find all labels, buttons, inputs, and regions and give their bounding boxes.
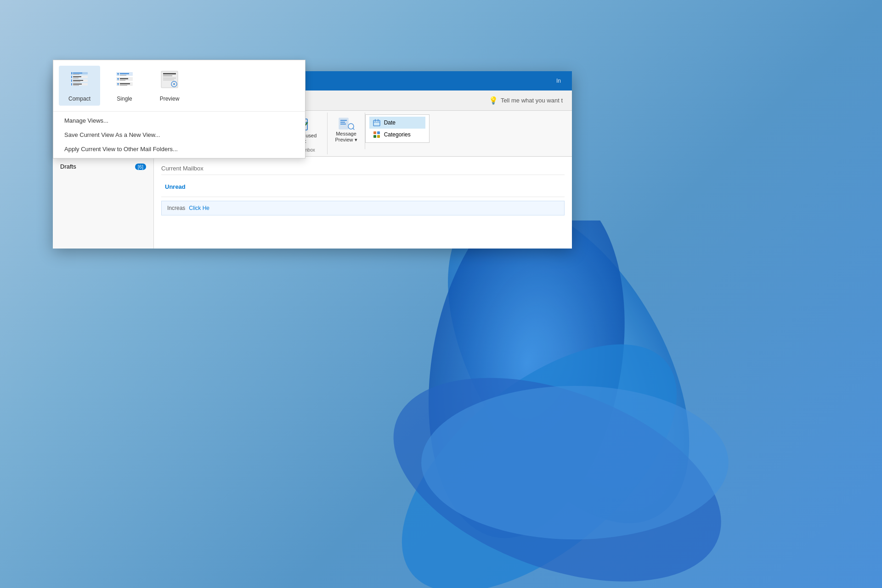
sidebar-item-drafts[interactable]: Drafts [6] — [53, 160, 153, 173]
promo-cta[interactable]: Click He — [189, 205, 209, 211]
date-label: Date — [384, 119, 396, 126]
svg-rect-43 — [120, 75, 126, 76]
main-content: Current Mailbox Unread Increas Click He — [154, 157, 572, 249]
svg-rect-53 — [163, 78, 176, 79]
svg-rect-22 — [377, 131, 380, 134]
svg-rect-34 — [71, 79, 72, 82]
tell-me-section: 💡 Tell me what you want t — [483, 94, 568, 107]
svg-rect-46 — [120, 80, 125, 81]
filter-bar: Unread — [161, 179, 565, 197]
single-label: Single — [117, 96, 132, 102]
message-preview-label: MessagePreview ▾ — [335, 131, 357, 143]
svg-rect-48 — [120, 83, 130, 85]
arrange-by-categories[interactable]: Categories — [369, 129, 425, 141]
apply-current-view-label: Apply Current View to Other Mail Folders… — [64, 146, 178, 153]
apply-current-view-item[interactable]: Apply Current View to Other Mail Folders… — [53, 142, 305, 156]
svg-point-4 — [421, 386, 729, 539]
svg-rect-26 — [71, 72, 72, 74]
svg-rect-28 — [73, 74, 79, 75]
lightbulb-icon: 💡 — [489, 96, 498, 105]
preview-label: Preview — [160, 96, 180, 102]
svg-rect-36 — [73, 81, 80, 82]
drafts-badge: [6] — [135, 164, 146, 170]
drafts-label: Drafts — [60, 163, 76, 170]
arrange-by-date[interactable]: Date — [369, 117, 425, 129]
svg-rect-35 — [73, 80, 83, 81]
content-area: Drafts [6] Current Mailbox Unread Increa… — [53, 157, 572, 249]
tell-me-text: Tell me what you want t — [501, 97, 563, 104]
filter-unread[interactable]: Unread — [161, 181, 189, 192]
svg-rect-18 — [373, 120, 380, 126]
svg-rect-40 — [73, 85, 79, 86]
preview-view-icon — [159, 69, 180, 94]
svg-rect-38 — [71, 83, 72, 85]
svg-rect-21 — [373, 131, 376, 134]
sidebar: Drafts [6] — [53, 157, 154, 249]
message-preview-group: MessagePreview ▾ — [328, 113, 365, 149]
save-current-view-label: Save Current View As a New View... — [64, 131, 160, 138]
svg-rect-30 — [71, 76, 72, 78]
svg-rect-52 — [163, 75, 172, 76]
svg-rect-42 — [120, 73, 129, 74]
svg-rect-31 — [73, 76, 81, 77]
svg-rect-39 — [73, 84, 82, 85]
svg-rect-32 — [73, 78, 79, 79]
compact-view-icon — [69, 69, 90, 94]
message-preview-button[interactable]: MessagePreview ▾ — [331, 114, 361, 145]
current-mailbox-label: Current Mailbox — [161, 162, 565, 175]
arrange-by-panel: Date Categories — [365, 114, 430, 143]
compact-label: Compact — [68, 96, 90, 102]
view-option-compact[interactable]: Compact — [59, 66, 100, 106]
svg-rect-51 — [163, 73, 176, 74]
manage-views-label: Manage Views... — [64, 117, 108, 124]
view-option-preview[interactable]: Preview — [149, 66, 190, 106]
categories-label: Categories — [384, 131, 411, 138]
dropdown-menu-items: Manage Views... Save Current View As a N… — [53, 112, 305, 158]
title-bar-title: In — [556, 78, 568, 84]
manage-views-item[interactable]: Manage Views... — [53, 113, 305, 128]
svg-rect-24 — [377, 135, 380, 138]
svg-point-56 — [173, 83, 175, 85]
view-options-row: Compact Single — [53, 60, 305, 112]
svg-rect-23 — [373, 135, 376, 138]
svg-rect-15 — [340, 124, 346, 124]
promo-bar: Increas Click He — [161, 201, 565, 215]
svg-line-17 — [353, 128, 354, 130]
svg-rect-27 — [73, 73, 82, 74]
change-view-dropdown: Compact Single — [53, 60, 305, 158]
save-current-view-item[interactable]: Save Current View As a New View... — [53, 128, 305, 142]
svg-rect-14 — [340, 122, 345, 123]
view-option-single[interactable]: Single — [104, 66, 145, 106]
svg-rect-45 — [120, 78, 128, 79]
single-view-icon — [114, 69, 135, 94]
promo-text: Increas — [167, 205, 185, 211]
svg-rect-13 — [340, 120, 347, 121]
svg-rect-49 — [120, 85, 127, 86]
svg-rect-54 — [163, 79, 174, 80]
